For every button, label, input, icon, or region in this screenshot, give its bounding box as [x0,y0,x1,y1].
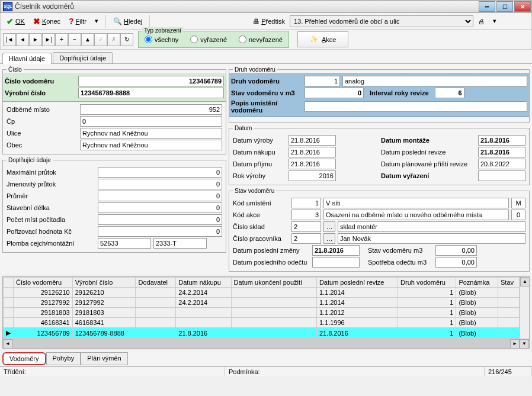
prac-lookup-button[interactable]: … [323,233,335,244]
druh-vodomeru-text[interactable] [342,76,527,86]
kod-akce-0[interactable] [511,210,525,220]
prumer-input[interactable] [98,191,222,201]
scroll-right-button[interactable]: ► [510,339,520,349]
column-header[interactable]: Datum poslední revize [316,278,398,288]
nav-edit[interactable]: ▲ [81,33,94,46]
datum-prijmu-input[interactable] [289,159,336,169]
close-button[interactable]: ✕ [514,1,531,12]
plomba-input-1[interactable] [98,238,151,249]
nav-first[interactable]: |◄ [3,33,16,46]
table-row[interactable]: 29181803291818031.1.20121(Blob) [4,308,520,318]
column-header[interactable]: Stav [498,278,520,288]
bottom-tabs: Vodoměry Pohyby Plán výměn [0,351,532,366]
staveb-input[interactable] [98,202,222,213]
kod-umisteni-m[interactable] [511,198,525,208]
odberne-input[interactable] [80,104,222,115]
druh-vodomeru-input[interactable] [305,76,340,86]
cislo-vodomeru-input[interactable] [78,76,224,86]
vertical-scrollbar[interactable]: ▲ [520,277,529,339]
btab-vodomery[interactable]: Vodoměry [2,352,46,365]
predtisk-select[interactable]: 13. Přehled vodoměrů dle obcí a ulic [290,15,473,27]
display-type-group: Typ zobrazení všechny vyřazené nevyřazen… [138,31,289,48]
interval-input[interactable] [435,88,464,98]
ok-button[interactable]: ✔OK [3,15,28,27]
print-button[interactable]: 🖨 [475,17,488,26]
predtisk-button[interactable]: 🖶Předtisk [249,17,289,26]
data-grid[interactable]: Číslo vodoměruVýrobní čísloDodavatelDatu… [3,277,520,339]
cp-input[interactable] [80,116,222,127]
datum-vyraz-input[interactable] [478,170,525,181]
table-row[interactable]: 46168341461683411.1.19961(Blob) [4,318,520,328]
table-row[interactable]: 291262102912621024.2.20141.1.20141(Blob) [4,288,520,298]
nav-last[interactable]: ►| [42,33,55,46]
cislo-sklad-input[interactable] [291,221,321,232]
nav-refresh[interactable]: ↻ [120,33,133,46]
datum-nakupu-label: Datum nákupu [233,149,286,156]
datum-planrev-input[interactable] [478,159,525,169]
scroll-down-button[interactable]: ▼ [520,339,529,349]
table-cell: 1 [398,288,456,298]
minimize-button[interactable]: ━ [479,1,495,12]
nav-prev[interactable]: ◄ [16,33,29,46]
datum-poslrev-input[interactable] [478,147,525,157]
rok-vyroby-label: Rok výroby [233,172,286,179]
hledej-button[interactable]: 🔍Hledej [110,16,146,27]
spotreba-input[interactable] [435,257,477,268]
scroll-left-button[interactable]: ◄ [3,339,12,349]
akce-button[interactable]: ✨Akce [297,31,348,47]
datum-vyroby-input[interactable] [289,135,336,146]
maximize-button[interactable]: ☐ [496,1,513,12]
btab-plan[interactable]: Plán výměn [81,352,127,365]
max-prutok-input[interactable] [98,167,222,178]
nav-delete[interactable]: − [68,33,81,46]
table-cell [231,328,316,339]
btab-pohyby[interactable]: Pohyby [46,352,81,365]
nav-post[interactable]: ✓ [94,33,107,46]
kod-akce-input[interactable] [291,210,321,220]
sklad-lookup-button[interactable]: … [323,221,335,232]
radio-nevyrazene[interactable]: nevyřazené [239,36,283,43]
jmen-prutok-input[interactable] [98,179,222,189]
stav-vd-m3-input[interactable] [435,245,477,256]
table-row[interactable]: ▶123456789123456789-888821.8.201621.8.20… [4,328,520,339]
horizontal-scrollbar[interactable]: ◄ ► ▼ [3,339,529,348]
kod-umisteni-input[interactable] [291,198,321,208]
nav-add[interactable]: + [55,33,68,46]
column-header[interactable]: Číslo vodoměru [14,278,73,288]
filtr-dropdown[interactable]: ▾ [91,16,102,26]
column-header[interactable]: Výrobní číslo [72,278,136,288]
konec-button[interactable]: ✖Konec [30,15,64,27]
cislo-prac-input[interactable] [291,233,321,244]
column-header[interactable]: Datum nákupu [176,278,231,288]
table-cell: (Blob) [456,328,498,339]
table-row[interactable]: 291279922912799224.2.20141.1.20141(Blob) [4,298,520,308]
datum-poslzm-input[interactable] [312,245,360,256]
tab-doplnujici[interactable]: Doplňující údaje [53,52,113,63]
filtr-button[interactable]: ?Filtr [65,15,90,27]
print-dropdown[interactable]: ▾ [489,16,500,26]
tab-hlavni[interactable]: Hlavní údaje [2,53,52,64]
popis-input[interactable] [305,101,527,112]
vyrobni-input[interactable] [78,88,224,98]
column-header[interactable]: Druh vodoměru [398,278,456,288]
column-header[interactable]: Datum ukončení použití [231,278,316,288]
obec-input[interactable] [80,140,222,150]
datum-nakupu-input[interactable] [289,147,336,157]
table-cell: 123456789 [14,328,73,339]
rok-vyroby-input[interactable] [289,170,336,181]
row-marker: ▶ [4,328,14,339]
pocet-input[interactable] [98,214,222,225]
radio-vyrazene[interactable]: vyřazené [190,36,227,43]
poriz-input[interactable] [98,226,222,237]
stav-m3-input[interactable] [305,88,364,98]
datum-poslod-input[interactable] [312,257,360,268]
radio-vsechny[interactable]: všechny [145,36,178,43]
nav-cancel[interactable]: ✗ [107,33,120,46]
datum-montaze-input[interactable] [478,135,525,146]
scroll-up-button[interactable]: ▲ [520,277,530,286]
column-header[interactable]: Poznámka [456,278,498,288]
nav-next[interactable]: ► [29,33,42,46]
plomba-input-2[interactable] [153,238,207,249]
ulice-input[interactable] [80,128,222,139]
column-header[interactable]: Dodavatel [136,278,176,288]
